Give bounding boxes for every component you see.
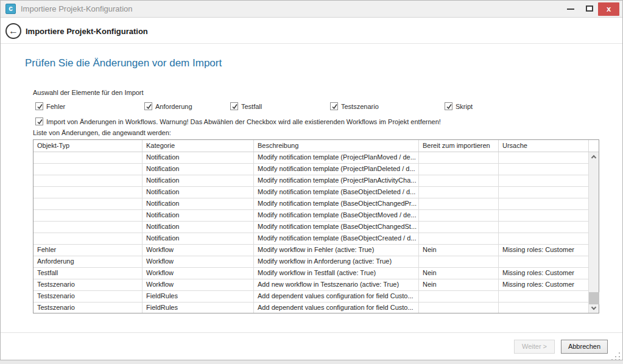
table-row[interactable]: NotificationModify notification template… — [33, 175, 599, 187]
cell-beschreibung: Add dependent values configuration for f… — [254, 291, 419, 302]
checkbox-checked-icon — [144, 102, 152, 110]
cell-ursache — [499, 175, 589, 186]
maximize-icon — [586, 5, 593, 12]
checkbox-workflow-import[interactable]: Import von Änderungen in Workflows. Warn… — [35, 116, 441, 124]
cell-kategorie: FieldRules — [143, 291, 254, 302]
cancel-button[interactable]: Abbrechen — [561, 340, 608, 354]
checkbox-checked-icon — [230, 102, 238, 110]
cell-ursache — [499, 256, 589, 267]
next-button[interactable]: Weiter > — [514, 340, 555, 354]
table-row[interactable]: NotificationModify notification template… — [33, 164, 599, 175]
column-header-ursache[interactable]: Ursache — [499, 140, 589, 152]
cell-beschreibung: Modify notification template (BaseObject… — [254, 222, 419, 233]
cell-beschreibung: Modify notification template (BaseObject… — [254, 210, 419, 221]
nav-band: ← Importiere Projekt-Konfiguration — [1, 18, 622, 44]
cell-objekt-typ: Testszenario — [33, 279, 143, 290]
cell-ursache — [499, 198, 589, 209]
cell-kategorie: FieldRules — [143, 303, 254, 313]
cell-kategorie: Notification — [143, 175, 254, 186]
cell-bereit — [419, 303, 499, 313]
checkbox-label: Anforderung — [155, 103, 192, 110]
cell-objekt-typ — [33, 187, 143, 198]
table-row[interactable]: NotificationModify notification template… — [33, 233, 599, 245]
cell-bereit: Nein — [419, 279, 499, 290]
checkbox-testfall[interactable]: Testfall — [230, 100, 262, 109]
scroll-down-button[interactable] — [589, 304, 599, 313]
cell-objekt-typ — [33, 198, 143, 209]
back-arrow-icon: ← — [9, 26, 18, 36]
checkbox-fehler[interactable]: Fehler — [35, 100, 65, 109]
selection-label: Auswahl der Elemente für den Import — [33, 89, 144, 96]
checkbox-checked-icon — [330, 102, 338, 110]
table-scrollbar[interactable] — [588, 152, 599, 313]
cell-objekt-typ — [33, 152, 143, 163]
checkbox-skript[interactable]: Skript — [445, 100, 473, 109]
chevron-down-icon — [591, 305, 596, 310]
resize-grip[interactable] — [611, 352, 620, 360]
cell-bereit — [419, 198, 499, 209]
checkbox-anforderung[interactable]: Anforderung — [144, 100, 192, 109]
cell-beschreibung: Modify workflow in Fehler (active: True) — [254, 245, 419, 256]
cell-beschreibung: Modify notification template (ProjectPla… — [254, 175, 419, 186]
maximize-button[interactable] — [580, 1, 599, 18]
cell-objekt-typ — [33, 175, 143, 186]
table-row[interactable]: AnforderungWorkflowModify workflow in An… — [33, 256, 599, 268]
checkbox-label: Testszenario — [341, 103, 379, 110]
cell-kategorie: Notification — [143, 152, 254, 163]
cell-kategorie: Workflow — [143, 268, 254, 279]
cell-objekt-typ: Anforderung — [33, 256, 143, 267]
checkbox-checked-icon — [35, 117, 43, 125]
cell-kategorie: Notification — [143, 222, 254, 233]
cell-kategorie: Notification — [143, 164, 254, 175]
table-row[interactable]: NotificationModify notification template… — [33, 152, 599, 164]
cell-ursache — [499, 210, 589, 221]
minimize-button[interactable] — [562, 1, 580, 18]
table-row[interactable]: NotificationModify notification template… — [33, 210, 599, 222]
column-header-kategorie[interactable]: Kategorie — [143, 140, 254, 152]
checkbox-label: Fehler — [46, 103, 65, 110]
table-row[interactable]: TestszenarioFieldRulesAdd dependent valu… — [33, 303, 599, 313]
back-button[interactable]: ← — [5, 23, 21, 39]
cell-bereit — [419, 291, 499, 302]
cell-beschreibung: Add new workflow in Testszenario (active… — [254, 279, 419, 290]
section-heading: Prüfen Sie die Änderungen vor dem Import — [25, 57, 222, 69]
cell-objekt-typ: Testszenario — [33, 291, 143, 302]
table-row[interactable]: FehlerWorkflowModify workflow in Fehler … — [33, 245, 599, 256]
cell-ursache — [499, 187, 589, 198]
cell-objekt-typ — [33, 210, 143, 221]
cell-beschreibung: Modify notification template (BaseObject… — [254, 198, 419, 209]
cell-ursache — [499, 233, 589, 244]
table-row[interactable]: TestszenarioWorkflowAdd new workflow in … — [33, 279, 599, 291]
cell-ursache — [499, 222, 589, 233]
cell-kategorie: Workflow — [143, 256, 254, 267]
table-row[interactable]: TestszenarioFieldRulesAdd dependent valu… — [33, 291, 599, 303]
table-row[interactable]: TestfallWorkflowModify workflow in Testf… — [33, 268, 599, 279]
scrollbar-thumb[interactable] — [589, 292, 599, 304]
column-header-bereit[interactable]: Bereit zum importieren — [419, 140, 499, 152]
cell-ursache — [499, 303, 589, 313]
table-row[interactable]: NotificationModify notification template… — [33, 187, 599, 198]
close-button[interactable]: x — [598, 2, 619, 16]
table-body: NotificationModify notification template… — [33, 152, 599, 313]
table-row[interactable]: NotificationModify notification template… — [33, 198, 599, 210]
cell-bereit — [419, 256, 499, 267]
cell-ursache — [499, 164, 589, 175]
scroll-up-button[interactable] — [589, 152, 599, 161]
cell-kategorie: Notification — [143, 198, 254, 209]
checkbox-checked-icon — [445, 102, 452, 110]
column-header-beschreibung[interactable]: Beschreibung — [254, 140, 419, 152]
app-icon: c — [5, 4, 16, 14]
cell-ursache — [499, 152, 589, 163]
cell-beschreibung: Modify notification template (BaseObject… — [254, 187, 419, 198]
cell-kategorie: Workflow — [143, 279, 254, 290]
column-header-objekt-typ[interactable]: Objekt-Typ — [33, 140, 143, 152]
cell-kategorie: Notification — [143, 233, 254, 244]
checkbox-label: Testfall — [241, 103, 262, 110]
cell-objekt-typ — [33, 164, 143, 175]
cell-bereit — [419, 187, 499, 198]
cell-ursache: Missing roles: Customer — [499, 268, 589, 279]
table-row[interactable]: NotificationModify notification template… — [33, 222, 599, 233]
window-title: Importiere Projekt-Konfiguration — [21, 4, 133, 13]
checkbox-testszenario[interactable]: Testszenario — [330, 100, 379, 109]
cell-bereit: Nein — [419, 245, 499, 256]
